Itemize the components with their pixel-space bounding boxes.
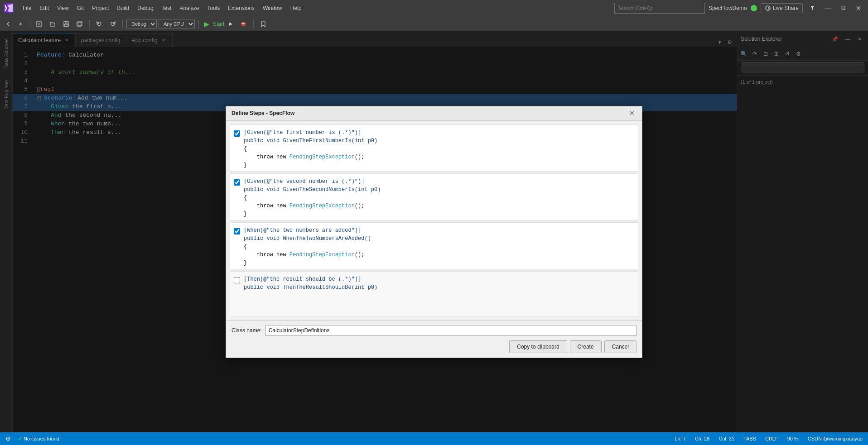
create-button[interactable]: Create: [570, 340, 602, 353]
step-checkbox-4[interactable]: [234, 277, 240, 283]
menu-tools[interactable]: Tools: [203, 3, 223, 13]
status-indicator: [751, 5, 757, 11]
menu-window[interactable]: Window: [259, 3, 286, 13]
bookmark-button[interactable]: [257, 19, 269, 29]
modal-overlay: Define Steps - SpecFlow ✕ [Given(@"the f…: [0, 31, 868, 432]
menu-help[interactable]: Help: [287, 3, 305, 13]
toolbar-separator-5: [253, 19, 254, 29]
class-name-input[interactable]: [265, 325, 637, 336]
step-code-2: [Given(@"the second number is (.*)")] pu…: [244, 177, 634, 218]
git-icon: [5, 436, 11, 441]
modal-footer: Class name: Copy to clipboard Create Can…: [226, 320, 642, 358]
modal-buttons: Copy to clipboard Create Cancel: [231, 340, 637, 353]
status-col-text: Ch: 28: [695, 436, 709, 441]
pin-button[interactable]: [806, 2, 818, 14]
svg-rect-6: [78, 21, 82, 25]
toolbar: Debug Any CPU ▶ Start ▶: [0, 16, 868, 31]
step-checkbox-2[interactable]: [234, 179, 240, 186]
undo-button[interactable]: [93, 19, 105, 29]
status-tabs-text: TABS: [743, 436, 756, 441]
menu-edit[interactable]: Edit: [36, 3, 53, 13]
live-share-icon: [765, 5, 771, 11]
titlebar: File Edit View Git Project Build Debug T…: [0, 0, 868, 16]
step-item-3: [When(@"the two numbers are added")] pub…: [230, 222, 638, 269]
maximize-button[interactable]: ⧉: [837, 2, 849, 14]
new-item-button[interactable]: [33, 19, 45, 29]
step-code-4: [Then(@"the result should be (.*)")] pub…: [244, 275, 634, 292]
live-share-button[interactable]: Live Share: [761, 3, 803, 13]
status-right: Ln: 7 Ch: 28 Col: 31 TABS CRLF 90 % CSDN…: [673, 436, 864, 441]
debug-config-dropdown[interactable]: Debug: [126, 19, 157, 29]
status-left: ✔ No issues found: [4, 436, 61, 442]
status-no-issues[interactable]: ✔ No issues found: [16, 436, 61, 442]
status-copyright-text: CSDN @wumingxiaoyao: [808, 436, 863, 441]
class-name-row: Class name:: [231, 325, 637, 336]
start-button[interactable]: ▶: [203, 19, 211, 29]
status-zoom-text: 90 %: [787, 436, 799, 441]
svg-rect-5: [77, 22, 81, 26]
status-zoom[interactable]: 90 %: [786, 436, 800, 441]
step-checkbox-1[interactable]: [234, 130, 240, 137]
svg-point-7: [241, 22, 246, 26]
status-git[interactable]: [4, 436, 13, 441]
continue-button[interactable]: ▶: [226, 19, 235, 28]
menu-view[interactable]: View: [53, 3, 72, 13]
step-code-1: [Given(@"the first number is (.*)")] pub…: [244, 129, 634, 169]
live-share-label: Live Share: [773, 5, 799, 11]
step-item-4: [Then(@"the result should be (.*)")] pub…: [230, 271, 638, 316]
menu-extensions[interactable]: Extensions: [224, 3, 258, 13]
toolbar-separator-3: [122, 19, 123, 29]
status-encoding[interactable]: CRLF: [763, 436, 780, 441]
app-title: SpecFlowDemo: [709, 5, 747, 11]
svg-point-10: [8, 438, 9, 440]
status-bar: ✔ No issues found Ln: 7 Ch: 28 Col: 31 T…: [0, 432, 868, 445]
step-checkbox-3[interactable]: [234, 228, 240, 234]
save-button[interactable]: [60, 19, 72, 29]
toolbar-separator-1: [29, 19, 29, 29]
modal-titlebar: Define Steps - SpecFlow ✕: [226, 106, 642, 121]
define-steps-dialog: Define Steps - SpecFlow ✕ [Given(@"the f…: [226, 106, 642, 358]
menu-test[interactable]: Test: [158, 3, 175, 13]
menu-build[interactable]: Build: [114, 3, 133, 13]
status-col[interactable]: Ch: 28: [693, 436, 711, 441]
status-encoding-text: CRLF: [765, 436, 778, 441]
back-button[interactable]: [3, 20, 14, 28]
platform-dropdown[interactable]: Any CPU: [159, 19, 195, 29]
status-char-text: Col: 31: [719, 436, 734, 441]
status-line-text: Ln: 7: [675, 436, 685, 441]
menu-analyze[interactable]: Analyze: [176, 3, 203, 13]
start-label[interactable]: Start: [213, 21, 224, 27]
status-tabs[interactable]: TABS: [742, 436, 758, 441]
menu-bar: File Edit View Git Project Build Debug T…: [19, 3, 609, 13]
modal-close-button[interactable]: ✕: [627, 109, 637, 118]
class-name-label: Class name:: [231, 327, 262, 334]
copy-to-clipboard-button[interactable]: Copy to clipboard: [509, 340, 567, 353]
menu-debug[interactable]: Debug: [134, 3, 157, 13]
menu-file[interactable]: File: [19, 3, 35, 13]
attach-button[interactable]: [237, 19, 250, 29]
status-check-icon: ✔: [18, 436, 22, 442]
minimize-button[interactable]: —: [822, 2, 834, 14]
vs-logo-icon: [4, 3, 14, 13]
step-item-1: [Given(@"the first number is (.*)")] pub…: [230, 124, 638, 172]
cancel-button[interactable]: Cancel: [604, 340, 637, 353]
toolbar-separator-2: [89, 19, 90, 29]
redo-button[interactable]: [107, 19, 119, 29]
step-item-2: [Given(@"the second number is (.*)")] pu…: [230, 173, 638, 220]
forward-dropdown[interactable]: [15, 20, 25, 28]
close-button[interactable]: ✕: [853, 2, 864, 14]
toolbar-separator-4: [198, 19, 199, 29]
modal-body: [Given(@"the first number is (.*)")] pub…: [226, 121, 642, 320]
step-code-3: [When(@"the two numbers are added")] pub…: [244, 226, 634, 267]
search-input[interactable]: [614, 3, 705, 14]
menu-git[interactable]: Git: [73, 3, 87, 13]
status-line[interactable]: Ln: 7: [673, 436, 687, 441]
status-no-issues-text: No issues found: [24, 436, 59, 441]
menu-project[interactable]: Project: [88, 3, 112, 13]
open-file-button[interactable]: [47, 19, 58, 29]
status-copyright: CSDN @wumingxiaoyao: [806, 436, 864, 441]
save-all-button[interactable]: [74, 19, 86, 29]
modal-title: Define Steps - SpecFlow: [231, 110, 624, 116]
status-char[interactable]: Col: 31: [717, 436, 736, 441]
